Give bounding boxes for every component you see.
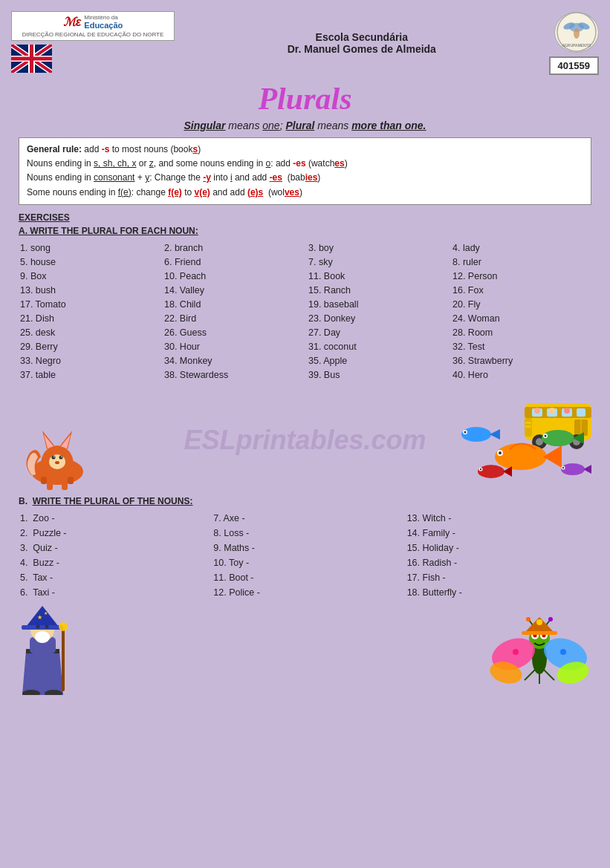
svg-marker-63 <box>573 432 584 444</box>
fox-svg <box>19 416 97 490</box>
list-item: 39. Bus <box>307 369 447 381</box>
fish-svg <box>447 416 595 490</box>
logo-me-text: ℳε <box>63 15 82 29</box>
svg-rect-28 <box>47 481 53 490</box>
list-item: 17. Fish - <box>406 572 591 584</box>
list-item: 25. desk <box>19 327 159 339</box>
svg-point-80 <box>59 622 68 631</box>
list-item: 11. Book <box>307 270 447 282</box>
exercises-title: EXERCISES <box>19 212 591 223</box>
svg-point-61 <box>480 469 481 470</box>
svg-point-48 <box>549 408 555 414</box>
list-item: 6. Taxi - <box>19 587 204 598</box>
uk-flag <box>11 45 52 75</box>
list-item: 32. Test <box>451 341 591 353</box>
svg-text:★: ★ <box>37 614 42 621</box>
middle-illustrations: ESLprintables.com <box>11 388 599 492</box>
page-title: Plurals <box>11 81 599 117</box>
list-item: 12. Police - <box>212 587 398 598</box>
rule-4: Some nouns ending in f(e): change f(e) t… <box>27 186 583 200</box>
svg-text:AGRUPAMENTO: AGRUPAMENTO <box>562 43 591 48</box>
svg-line-106 <box>543 669 554 680</box>
svg-point-102 <box>513 649 519 655</box>
logo-top: ℳε Ministério da Educação <box>63 14 123 30</box>
svg-rect-96 <box>522 631 557 635</box>
list-item: 15. Ranch <box>307 284 447 296</box>
school-number: 401559 <box>549 56 599 75</box>
list-item: 19. baseball <box>307 298 447 310</box>
svg-rect-31 <box>68 477 74 484</box>
fish-illustration <box>447 416 595 492</box>
list-item: 34. Monkey <box>163 355 303 367</box>
wizard-svg: ★ ★ <box>11 606 78 695</box>
wizard-illustration: ★ ★ <box>11 606 78 697</box>
header-right: AGRUPAMENTO 401559 <box>549 12 599 75</box>
svg-point-50 <box>495 443 547 470</box>
school-name-line2: Dr. Manuel Gomes de Almeida <box>175 43 549 55</box>
svg-point-54 <box>461 427 491 442</box>
logo-educacao: Educação <box>84 21 123 30</box>
watermark-text: ESLprintables.com <box>184 425 426 456</box>
fox-illustration <box>19 416 97 492</box>
svg-point-49 <box>564 408 570 414</box>
svg-marker-70 <box>22 650 63 695</box>
school-emblem: AGRUPAMENTO <box>554 12 599 53</box>
list-item: 21. Dish <box>19 313 159 324</box>
svg-point-69 <box>562 467 564 469</box>
list-item: 9. Box <box>19 270 159 282</box>
rule-1: General rule: add -s to most nouns (book… <box>27 143 583 157</box>
list-item: 38. Stewardess <box>163 369 303 381</box>
plural-nouns-grid: 1. Zoo - 7. Axe - 13. Witch - 2. Puzzle … <box>19 512 591 598</box>
list-item: 3. boy <box>307 242 447 254</box>
svg-marker-55 <box>490 429 500 440</box>
list-item: 16. Fox <box>451 284 591 296</box>
nouns-grid: 1. song 2. branch 3. boy 4. lady 5. hous… <box>19 242 591 381</box>
section-b: B. WRITE THE PLURAL OF THE NOUNS: 1. Zoo… <box>19 496 591 598</box>
svg-rect-75 <box>22 625 63 630</box>
list-item: 22. Bird <box>163 313 303 324</box>
header: ℳε Ministério da Educação DIRECÇÃO REGIO… <box>11 11 599 75</box>
list-item: 2. Puzzle - <box>19 527 204 539</box>
emblem-svg: AGRUPAMENTO <box>556 11 597 53</box>
svg-point-77 <box>36 624 40 628</box>
list-item: 18. Child <box>163 298 303 310</box>
svg-point-76 <box>35 631 50 643</box>
list-item: 3. Quiz - <box>19 542 204 554</box>
svg-line-104 <box>525 669 536 680</box>
header-subtext: DIRECÇÃO REGIONAL DE EDUCAÇÃO DO NORTE <box>22 31 164 38</box>
list-item: 29. Berry <box>19 341 159 353</box>
list-item: 40. Hero <box>451 369 591 381</box>
list-item: 8. ruler <box>451 256 591 268</box>
list-item: 37. table <box>19 369 159 381</box>
list-item: 35. Apple <box>307 355 447 367</box>
svg-point-24 <box>59 455 63 459</box>
svg-point-27 <box>55 461 59 464</box>
svg-point-58 <box>478 465 504 478</box>
svg-marker-51 <box>543 446 562 468</box>
list-item: 33. Negro <box>19 355 159 367</box>
list-item: 10. Peach <box>163 270 303 282</box>
svg-point-13 <box>574 28 580 39</box>
svg-rect-8 <box>30 45 33 73</box>
list-item: 12. Person <box>451 270 591 282</box>
svg-point-62 <box>542 430 574 446</box>
list-item: 26. Guess <box>163 327 303 339</box>
list-item: 24. Woman <box>451 313 591 324</box>
list-item: 15. Holiday - <box>406 542 591 554</box>
uk-flag-svg <box>11 45 52 73</box>
list-item: 1. song <box>19 242 159 254</box>
svg-point-92 <box>526 617 530 621</box>
butterfly-illustration <box>480 606 599 697</box>
svg-point-57 <box>464 431 467 433</box>
list-item: 14. Family - <box>406 527 591 539</box>
list-item: 23. Donkey <box>307 313 447 324</box>
list-item: 30. Hour <box>163 341 303 353</box>
svg-rect-29 <box>62 481 68 490</box>
list-item: 1. Zoo - <box>19 512 204 524</box>
svg-marker-74 <box>26 606 59 627</box>
header-center: Escola Secundária Dr. Manuel Gomes de Al… <box>175 31 549 55</box>
section-a-label: A. WRITE THE PLURAL FOR EACH NOUN: <box>19 226 591 236</box>
svg-rect-30 <box>41 477 47 484</box>
list-item: 14. Valley <box>163 284 303 296</box>
list-item: 27. Day <box>307 327 447 339</box>
